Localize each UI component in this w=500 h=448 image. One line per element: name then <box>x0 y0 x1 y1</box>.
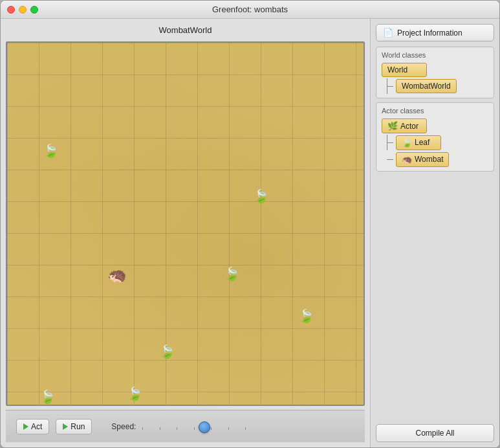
world-class-item: World <box>382 63 488 77</box>
world-tree-indent <box>382 78 393 94</box>
close-button[interactable] <box>7 6 15 14</box>
project-info-label: Project Information <box>397 28 462 38</box>
tick-2 <box>160 427 160 430</box>
tick-6 <box>228 427 229 430</box>
act-button[interactable]: Act <box>16 419 49 434</box>
actor-class-button[interactable]: 🌿 Actor <box>382 118 427 133</box>
run-button[interactable]: Run <box>56 419 92 434</box>
slider-thumb[interactable] <box>199 421 210 433</box>
world-class-button[interactable]: World <box>382 63 427 77</box>
leaf-tree-horiz <box>387 142 393 143</box>
leaf-tree-indent <box>382 135 393 150</box>
tick-3 <box>177 427 177 430</box>
actor-classes-box: Actor classes 🌿 Actor <box>376 102 494 172</box>
actor-class-label: Actor <box>400 122 418 131</box>
leaf-class-item: 🍃 Leaf <box>382 135 488 150</box>
actor-class-tree: 🌿 Actor 🍃 Leaf <box>382 118 488 167</box>
maximize-button[interactable] <box>30 6 38 14</box>
speed-label: Speed: <box>111 422 136 431</box>
wombat-class-item: 🦔 Wombat <box>382 151 488 167</box>
minimize-button[interactable] <box>19 6 27 14</box>
leaf-class-icon: 🍃 <box>402 138 412 148</box>
main-content: WombatWorld 🍃 🍃 🍃 🍃 🍃 🍃 🍃 🦔 <box>1 19 499 447</box>
leaf-sprite-5[interactable]: 🍃 <box>159 344 175 359</box>
control-bar: Act Run Speed: <box>6 410 365 442</box>
leaf-sprite-7[interactable]: 🍃 <box>39 389 56 405</box>
wombat-class-icon: 🦔 <box>402 155 412 164</box>
wombat-class-button[interactable]: 🦔 Wombat <box>396 152 449 167</box>
leaf-class-button[interactable]: 🍃 Leaf <box>396 135 441 150</box>
leaf-sprite-1[interactable]: 🍃 <box>43 143 59 159</box>
grid-overlay <box>7 43 364 405</box>
run-label: Run <box>71 422 85 431</box>
run-play-icon <box>63 423 68 430</box>
wombat-tree-horiz <box>387 159 393 160</box>
tick-4 <box>194 427 195 430</box>
world-classes-section: World classes World <box>376 47 494 172</box>
leaf-sprite-6[interactable]: 🍃 <box>127 386 143 401</box>
traffic-lights <box>7 6 38 14</box>
act-label: Act <box>31 422 42 431</box>
left-panel: WombatWorld 🍃 🍃 🍃 🍃 🍃 🍃 🍃 🦔 <box>1 19 370 447</box>
project-info-button[interactable]: 📄 Project Information <box>376 24 494 41</box>
doc-icon: 📄 <box>383 28 393 38</box>
wombat-class-label: Wombat <box>415 155 443 164</box>
tick-5 <box>211 427 212 430</box>
app-window: Greenfoot: wombats WombatWorld 🍃 🍃 🍃 🍃 🍃… <box>0 0 500 448</box>
compile-all-label: Compile All <box>415 429 454 438</box>
actor-class-icon: 🌿 <box>387 121 398 131</box>
wombat-world-class-label: WombatWorld <box>402 82 451 91</box>
wombat-world-class-item: WombatWorld <box>382 78 488 94</box>
world-title: WombatWorld <box>6 24 365 38</box>
compile-all-button[interactable]: Compile All <box>376 424 494 442</box>
actor-classes-label: Actor classes <box>382 107 488 115</box>
right-panel: 📄 Project Information World classes Worl… <box>370 19 499 447</box>
tick-7 <box>245 427 246 430</box>
wombat-world-class-button[interactable]: WombatWorld <box>396 79 457 93</box>
act-play-icon <box>23 423 28 430</box>
leaf-sprite-2[interactable]: 🍃 <box>253 188 269 204</box>
wombat-sprite[interactable]: 🦔 <box>107 266 127 284</box>
right-spacer <box>376 177 494 419</box>
leaf-class-label: Leaf <box>415 138 429 147</box>
tick-1 <box>142 427 143 430</box>
leaf-sprite-4[interactable]: 🍃 <box>298 308 314 324</box>
wombat-tree-indent <box>382 151 393 167</box>
world-classes-label: World classes <box>382 51 488 59</box>
tree-horiz-line <box>387 86 393 87</box>
actor-class-item: 🌿 Actor <box>382 118 488 133</box>
speed-slider-container[interactable] <box>142 423 246 430</box>
world-classes-box: World classes World <box>376 47 494 98</box>
world-class-tree: World WombatWorld <box>382 63 488 94</box>
leaf-sprite-3[interactable]: 🍃 <box>224 266 240 282</box>
world-canvas[interactable]: 🍃 🍃 🍃 🍃 🍃 🍃 🍃 🦔 <box>6 41 365 406</box>
slider-ticks <box>142 427 246 430</box>
titlebar: Greenfoot: wombats <box>1 1 499 19</box>
world-class-label: World <box>387 65 408 74</box>
window-title: Greenfoot: wombats <box>212 5 288 14</box>
